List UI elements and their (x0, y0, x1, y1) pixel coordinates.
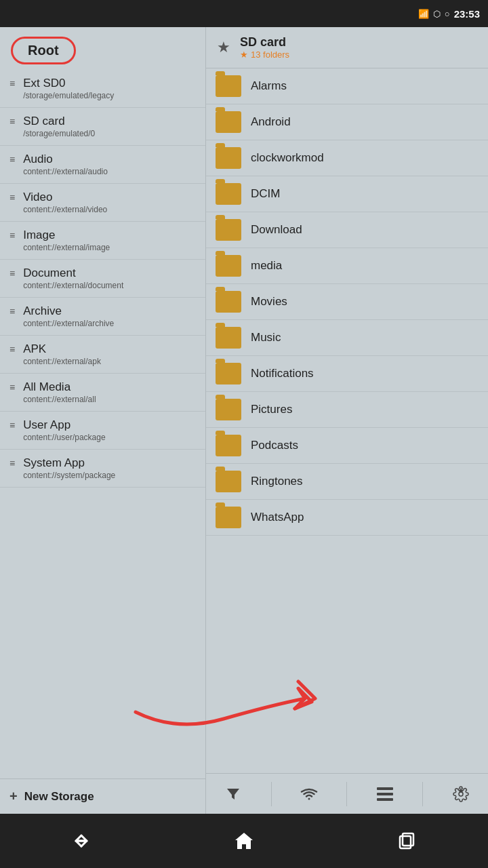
hamburger-icon: ≡ (9, 79, 15, 88)
folder-item-android[interactable]: Android (206, 104, 488, 140)
hamburger-icon: ≡ (9, 420, 15, 430)
sdcard-folders: ★ 13 folders (240, 50, 289, 60)
wifi-button[interactable] (292, 777, 326, 811)
sidebar-item-archive[interactable]: ≡ Archive content://external/archive (0, 298, 205, 336)
folder-icon (216, 363, 241, 384)
sidebar-item-name: Document (23, 267, 123, 280)
home-button[interactable] (217, 821, 271, 861)
sidebar: Root ≡ Ext SD0 /storage/emulated/legacy … (0, 27, 206, 814)
hamburger-icon: ≡ (9, 458, 15, 468)
settings-button[interactable] (444, 777, 478, 811)
svg-rect-6 (400, 836, 411, 848)
signal-icon: 📶 (418, 9, 429, 19)
sidebar-item-name: Archive (23, 304, 114, 318)
sidebar-item-name: User App (23, 418, 105, 432)
list-view-button[interactable] (368, 777, 402, 811)
status-icons: 📶 ⬡ ○ 23:53 (418, 8, 480, 20)
right-panel: ★ SD card ★ 13 folders AlarmsAndroidcloc… (206, 27, 488, 814)
folder-item-alarms[interactable]: Alarms (206, 68, 488, 104)
sidebar-item-name: Audio (23, 153, 108, 166)
folder-name: Alarms (251, 79, 287, 93)
bottom-toolbar (206, 773, 488, 814)
sidebar-item-path: content://external/video (23, 205, 107, 214)
sidebar-item-path: content://user/package (23, 433, 105, 442)
folder-item-ringtones[interactable]: Ringtones (206, 464, 488, 500)
folder-name: Android (251, 115, 291, 129)
sidebar-item-audio[interactable]: ≡ Audio content://external/audio (0, 146, 205, 184)
folder-icon (216, 183, 241, 205)
battery-icon: ○ (445, 9, 450, 19)
folder-item-pictures[interactable]: Pictures (206, 392, 488, 428)
sim-icon: ⬡ (433, 9, 441, 19)
folder-icon (216, 291, 241, 313)
sidebar-item-name: System App (23, 456, 115, 470)
sidebar-item-name: SD card (23, 115, 95, 128)
svg-rect-7 (403, 833, 413, 846)
folder-item-download[interactable]: Download (206, 212, 488, 248)
folder-icon (216, 471, 241, 492)
toolbar-divider-2 (346, 782, 347, 806)
sidebar-items-list: ≡ Ext SD0 /storage/emulated/legacy ≡ SD … (0, 70, 205, 778)
back-button[interactable] (54, 821, 108, 861)
folder-name: Movies (251, 295, 287, 309)
sidebar-item-systemapp[interactable]: ≡ System App content://system/package (0, 450, 205, 488)
main-content: Root ≡ Ext SD0 /storage/emulated/legacy … (0, 27, 488, 814)
folder-name: WhatsApp (251, 511, 304, 524)
root-button[interactable]: Root (11, 37, 76, 64)
sidebar-item-image[interactable]: ≡ Image content://external/image (0, 222, 205, 260)
folder-item-whatsapp[interactable]: WhatsApp (206, 500, 488, 536)
folder-icon (216, 507, 241, 528)
sidebar-item-path: /storage/emulated/legacy (23, 91, 114, 100)
svg-marker-0 (227, 789, 239, 800)
folder-name: clockworkmod (251, 151, 324, 165)
svg-rect-1 (377, 787, 393, 790)
sdcard-header: ★ SD card ★ 13 folders (206, 27, 488, 68)
folder-icon (216, 399, 241, 420)
sidebar-item-name: All Media (23, 380, 96, 394)
folder-icon (216, 111, 241, 133)
orange-star-icon: ★ (240, 50, 248, 60)
sdcard-name: SD card (240, 35, 289, 50)
folder-name: Notifications (251, 367, 314, 380)
sidebar-item-allmedia[interactable]: ≡ All Media content://external/all (0, 374, 205, 412)
folder-name: Music (251, 331, 281, 344)
sidebar-item-name: Video (23, 191, 107, 204)
root-button-container: Root (0, 27, 205, 70)
sidebar-item-name: Image (23, 229, 110, 242)
folder-icon (216, 327, 241, 349)
folder-item-clockworkmod[interactable]: clockworkmod (206, 140, 488, 176)
folder-item-music[interactable]: Music (206, 320, 488, 356)
filter-button[interactable] (216, 777, 250, 811)
folder-name: Ringtones (251, 475, 303, 488)
sidebar-item-path: content://external/image (23, 243, 110, 252)
sidebar-item-video[interactable]: ≡ Video content://external/video (0, 184, 205, 222)
folder-name: Podcasts (251, 439, 298, 452)
folder-list: AlarmsAndroidclockworkmodDCIMDownloadmed… (206, 68, 488, 814)
folder-item-media[interactable]: media (206, 248, 488, 284)
sdcard-folders-count: 13 folders (251, 50, 289, 60)
sidebar-item-exsd0[interactable]: ≡ Ext SD0 /storage/emulated/legacy (0, 70, 205, 108)
svg-rect-3 (377, 798, 393, 801)
folder-name: media (251, 259, 282, 273)
svg-rect-2 (377, 793, 393, 795)
folder-name: Pictures (251, 403, 292, 416)
new-storage-button[interactable]: + New Storage (0, 778, 205, 814)
hamburger-icon: ≡ (9, 382, 15, 392)
folder-item-podcasts[interactable]: Podcasts (206, 428, 488, 464)
sidebar-item-userapp[interactable]: ≡ User App content://user/package (0, 412, 205, 450)
folder-item-movies[interactable]: Movies (206, 284, 488, 320)
sidebar-item-document[interactable]: ≡ Document content://external/document (0, 260, 205, 298)
status-time: 23:53 (454, 8, 480, 20)
folder-item-dcim[interactable]: DCIM (206, 176, 488, 212)
folder-name: Download (251, 223, 302, 237)
sidebar-item-path: content://external/document (23, 281, 123, 290)
sidebar-item-apk[interactable]: ≡ APK content://external/apk (0, 336, 205, 374)
toolbar-divider-1 (271, 782, 272, 806)
hamburger-icon: ≡ (9, 307, 15, 316)
recents-button[interactable] (380, 821, 434, 861)
sidebar-item-sdcard[interactable]: ≡ SD card /storage/emulated/0 (0, 108, 205, 146)
folder-icon (216, 435, 241, 456)
folder-item-notifications[interactable]: Notifications (206, 356, 488, 392)
sidebar-item-name: Ext SD0 (23, 77, 114, 90)
status-bar: 📶 ⬡ ○ 23:53 (0, 0, 488, 27)
